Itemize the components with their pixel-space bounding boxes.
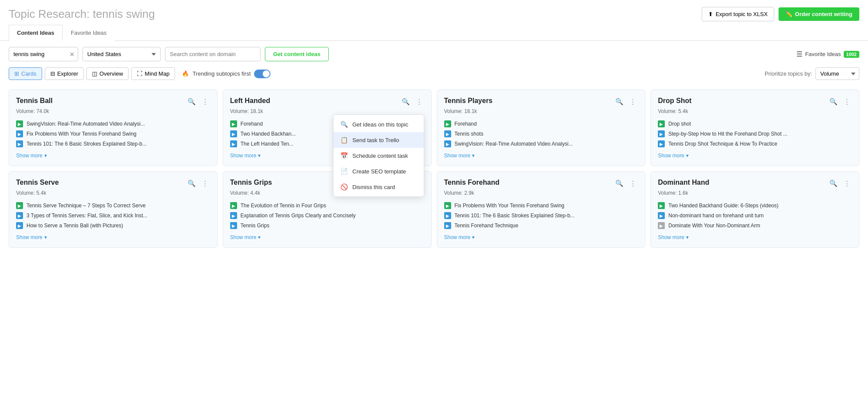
card-item-text: The Evolution of Tennis in Four Grips	[241, 203, 326, 209]
card-item: ▶ Forehand	[444, 120, 638, 127]
mindmap-label: Mind Map	[145, 70, 169, 77]
blue-icon: ▶	[444, 130, 451, 137]
explorer-icon: ⊟	[50, 70, 55, 77]
card-item-text: The Left Handed Ten...	[241, 141, 294, 147]
card-item: ▶ SwingVision: Real-Time Automated Video…	[444, 140, 638, 147]
card-title: Dominant Hand	[658, 179, 709, 186]
card-title: Tennis Grips	[230, 179, 272, 186]
view-controls: ⊞ Cards ⊟ Explorer ◫ Overview ⛶ Mind Map…	[0, 67, 868, 85]
card-tennis-players: Tennis Players 🔍 ⋮ Volume: 18.1k ▶ Foreh…	[437, 90, 646, 166]
card-search-button[interactable]: 🔍	[186, 179, 198, 188]
card-search-button[interactable]: 🔍	[400, 97, 412, 106]
card-item-text: Fix Problems With Your Tennis Forehand S…	[26, 131, 136, 137]
show-more-button[interactable]: Show more ▾	[444, 153, 638, 159]
card-tennis-forehand: Tennis Forehand 🔍 ⋮ Volume: 2.9k ▶ Fix P…	[437, 171, 646, 248]
order-label: Order content writing	[795, 11, 852, 17]
favorite-count-badge: 1002	[844, 51, 859, 58]
export-button[interactable]: ⬆ Export topic to XLSX	[702, 7, 774, 21]
tab-favorite-ideas[interactable]: Favorite Ideas	[63, 25, 115, 41]
card-actions: 🔍 ⋮	[614, 97, 638, 106]
card-item-text: Forehand	[455, 121, 477, 127]
card-search-button[interactable]: 🔍	[828, 179, 839, 188]
green-icon: ▶	[658, 202, 665, 209]
priority-select[interactable]: Volume Freshness Difficulty	[815, 67, 859, 80]
card-menu-button[interactable]: ⋮	[414, 97, 424, 106]
green-icon: ▶	[16, 202, 23, 209]
export-icon: ⬆	[708, 11, 713, 17]
blue-icon: ▶	[230, 140, 237, 147]
chevron-down-icon: ▾	[686, 234, 689, 240]
card-volume: Volume: 2.9k	[444, 190, 638, 196]
card-search-button[interactable]: 🔍	[828, 97, 839, 106]
show-more-button[interactable]: Show more ▾	[16, 153, 210, 159]
toolbar: ✕ United States United Kingdom Canada Au…	[0, 41, 868, 67]
overview-view-button[interactable]: ◫ Overview	[86, 67, 129, 80]
explorer-label: Explorer	[57, 70, 78, 77]
card-dominant-hand: Dominant Hand 🔍 ⋮ Volume: 1.6k ▶ Two Han…	[650, 171, 859, 248]
card-menu-button[interactable]: ⋮	[200, 97, 210, 106]
card-item-text: SwingVision: Real-Time Automated Video A…	[26, 121, 145, 127]
cards-icon: ⊞	[14, 70, 19, 77]
cards-view-button[interactable]: ⊞ Cards	[9, 67, 42, 80]
card-header: Drop Shot 🔍 ⋮	[658, 97, 852, 106]
green-icon: ▶	[444, 202, 451, 209]
topic-input[interactable]	[9, 47, 78, 61]
card-item-text: Fix Problems With Your Tennis Forehand S…	[455, 203, 564, 209]
explorer-view-button[interactable]: ⊟ Explorer	[45, 67, 84, 80]
card-actions-wrap: 🔍 ⋮ 🔍 Get ideas on this topic 📋 Send tas…	[400, 97, 424, 106]
card-drop-shot: Drop Shot 🔍 ⋮ Volume: 5.4k ▶ Drop shot ▶…	[650, 90, 859, 166]
card-actions-wrap: 🔍 ⋮	[614, 179, 638, 188]
card-menu-button[interactable]: ⋮	[200, 179, 210, 188]
show-more-button[interactable]: Show more ▾	[230, 234, 424, 240]
dropdown-item-get-ideas[interactable]: 🔍 Get ideas on this topic	[333, 116, 424, 132]
card-item: ▶ Step-by-Step How to Hit the Forehand D…	[658, 130, 852, 137]
card-search-button[interactable]: 🔍	[614, 179, 625, 188]
card-menu-button[interactable]: ⋮	[842, 179, 852, 188]
mindmap-view-button[interactable]: ⛶ Mind Map	[131, 67, 175, 80]
card-menu-button[interactable]: ⋮	[842, 97, 852, 106]
tab-bar: Content Ideas Favorite Ideas	[0, 25, 868, 41]
dropdown-item-schedule[interactable]: 📅 Schedule content task	[333, 148, 424, 163]
dropdown-item-dismiss[interactable]: 🚫 Dismiss this card	[333, 179, 424, 195]
domain-input[interactable]	[165, 47, 261, 61]
trending-toggle[interactable]	[254, 70, 271, 78]
card-items: ▶ Tennis Serve Technique – 7 Steps To Co…	[16, 202, 210, 229]
card-item: ▶ Tennis Forehand Technique	[444, 222, 638, 229]
clear-topic-icon[interactable]: ✕	[69, 51, 75, 58]
green-icon: ▶	[230, 202, 237, 209]
get-ideas-button[interactable]: Get content ideas	[265, 47, 329, 61]
card-title: Tennis Forehand	[444, 179, 500, 186]
show-more-button[interactable]: Show more ▾	[444, 234, 638, 240]
title-static: Topic Research:	[9, 7, 89, 20]
gray-icon: ▶	[658, 222, 665, 229]
card-title: Tennis Serve	[16, 179, 59, 186]
dropdown-label-send-trello: Send task to Trello	[353, 137, 399, 143]
show-more-button[interactable]: Show more ▾	[658, 153, 852, 159]
card-item: ▶ Tennis Serve Technique – 7 Steps To Co…	[16, 202, 210, 209]
card-actions: 🔍 ⋮	[828, 97, 852, 106]
card-menu-button[interactable]: ⋮	[628, 97, 638, 106]
chevron-down-icon: ▾	[44, 234, 47, 240]
order-button[interactable]: ✏️ Order content writing	[779, 7, 859, 21]
dropdown-item-seo-template[interactable]: 📄 Create SEO template	[333, 163, 424, 179]
card-item: ▶ Explanation of Tennis Grips Clearly an…	[230, 212, 424, 219]
card-item-text: Tennis 101: The 6 Basic Strokes Explaine…	[26, 141, 147, 147]
card-volume: Volume: 18.1k	[230, 108, 424, 114]
dropdown-item-send-trello[interactable]: 📋 Send task to Trello	[333, 132, 424, 148]
card-search-button[interactable]: 🔍	[614, 97, 625, 106]
card-items: ▶ Forehand ▶ Tennis shots ▶ SwingVision:…	[444, 120, 638, 147]
card-item-text: Step-by-Step How to Hit the Forehand Dro…	[668, 131, 787, 137]
card-search-button[interactable]: 🔍	[186, 97, 198, 106]
blue-icon: ▶	[16, 222, 23, 229]
card-item-text: Tennis 101: The 6 Basic Strokes Explaine…	[455, 213, 575, 219]
page-title: Topic Research: tennis swing	[9, 7, 155, 21]
card-item-text: Tennis Forehand Technique	[455, 223, 518, 229]
card-item: ▶ Fix Problems With Your Tennis Forehand…	[16, 130, 210, 137]
card-menu-button[interactable]: ⋮	[628, 179, 638, 188]
show-more-button[interactable]: Show more ▾	[658, 234, 852, 240]
card-actions: 🔍 ⋮	[186, 97, 210, 106]
card-item-text: Forehand	[241, 121, 263, 127]
show-more-button[interactable]: Show more ▾	[16, 234, 210, 240]
country-select[interactable]: United States United Kingdom Canada Aust…	[83, 47, 161, 61]
tab-content-ideas[interactable]: Content Ideas	[9, 25, 63, 41]
